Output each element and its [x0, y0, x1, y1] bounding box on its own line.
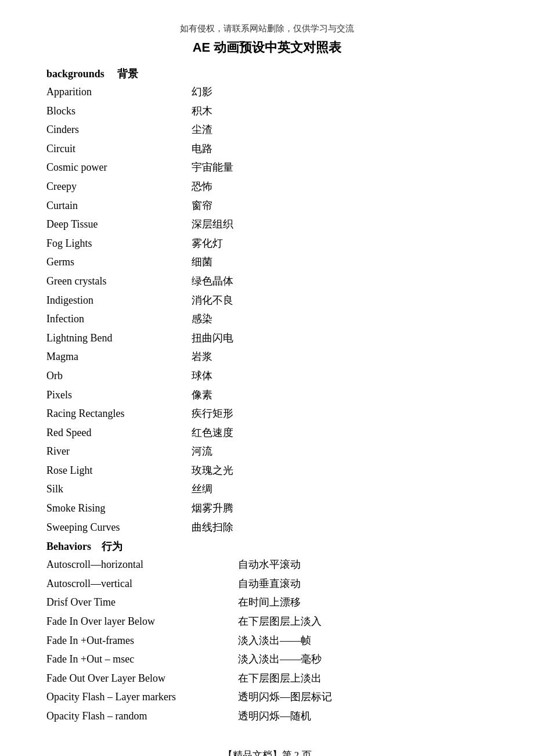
entry-en: River: [46, 442, 180, 460]
entry-en: Apparition: [46, 83, 180, 101]
entry-en: Lightning Bend: [46, 329, 180, 347]
entry-en: Red Speed: [46, 424, 180, 442]
entry-cn: 积木: [180, 102, 212, 120]
entry-en: Racing Rectangles: [46, 405, 180, 423]
entry-en: Pixels: [46, 386, 180, 404]
entry-cn: 丝绸: [180, 480, 212, 498]
list-item: Blocks 积木: [46, 102, 488, 120]
entry-cn: 淡入淡出——帧: [226, 632, 311, 650]
entry-cn: 球体: [180, 367, 212, 385]
list-item: Infection 感染: [46, 310, 488, 328]
entry-en: Cosmic power: [46, 159, 180, 177]
list-item: Fog Lights 雾化灯: [46, 235, 488, 253]
entry-cn: 恐怖: [180, 178, 212, 196]
entry-cn: 曲线扫除: [180, 519, 233, 537]
entry-en: Fade In Over layer Below: [46, 613, 226, 631]
entry-en: Green crystals: [46, 272, 180, 290]
entry-cn: 电路: [180, 140, 212, 158]
list-item: Opacity Flash – Layer markers 透明闪烁—图层标记: [46, 688, 488, 706]
list-item: Autoscroll—horizontal 自动水平滚动: [46, 556, 488, 574]
entry-cn: 烟雾升腾: [180, 499, 233, 517]
list-item: Orb 球体: [46, 367, 488, 385]
list-item: River 河流: [46, 442, 488, 460]
backgrounds-section: backgrounds 背景 Apparition 幻影 Blocks 积木 C…: [46, 67, 488, 536]
entry-cn: 雾化灯: [180, 235, 223, 253]
entry-cn: 自动水平滚动: [226, 556, 301, 574]
entry-en: Germs: [46, 253, 180, 271]
list-item: Pixels 像素: [46, 386, 488, 404]
entry-cn: 在下层图层上淡入: [226, 613, 322, 631]
entry-en: Cinders: [46, 121, 180, 139]
entry-cn: 在时间上漂移: [226, 593, 301, 611]
list-item: Fade Out Over Layer Below 在下层图层上淡出: [46, 669, 488, 687]
list-item: Fade In Over layer Below 在下层图层上淡入: [46, 613, 488, 631]
entry-cn: 宇宙能量: [180, 159, 233, 177]
list-item: Red Speed 红色速度: [46, 424, 488, 442]
entry-cn: 感染: [180, 310, 212, 328]
entry-en: Circuit: [46, 140, 180, 158]
entry-cn: 河流: [180, 442, 212, 460]
entry-en: Creepy: [46, 178, 180, 196]
list-item: Racing Rectangles 疾行矩形: [46, 405, 488, 423]
list-item: Green crystals 绿色晶体: [46, 272, 488, 290]
list-item: Indigestion 消化不良: [46, 291, 488, 309]
entry-en: Drisf Over Time: [46, 593, 226, 611]
entry-en: Infection: [46, 310, 180, 328]
entry-en: Deep Tissue: [46, 215, 180, 233]
entry-en: Sweeping Curves: [46, 519, 180, 537]
list-item: Fade In +Out – msec 淡入淡出——毫秒: [46, 650, 488, 668]
entry-cn: 绿色晶体: [180, 272, 233, 290]
entry-cn: 尘渣: [180, 121, 212, 139]
list-item: Fade In +Out-frames 淡入淡出——帧: [46, 632, 488, 650]
list-item: Cinders 尘渣: [46, 121, 488, 139]
entry-cn: 透明闪烁—随机: [226, 707, 311, 725]
entry-cn: 深层组织: [180, 215, 233, 233]
list-item: Apparition 幻影: [46, 83, 488, 101]
list-item: Rose Light 玫瑰之光: [46, 462, 488, 480]
entry-cn: 自动垂直滚动: [226, 575, 301, 593]
entry-cn: 扭曲闪电: [180, 329, 233, 347]
list-item: Germs 细菌: [46, 253, 488, 271]
entry-en: Magma: [46, 348, 180, 366]
list-item: Circuit 电路: [46, 140, 488, 158]
behaviors-section: Behaviors 行为 Autoscroll—horizontal 自动水平滚…: [46, 539, 488, 725]
behaviors-header: Behaviors 行为: [46, 539, 488, 553]
entry-cn: 细菌: [180, 253, 212, 271]
entry-cn: 幻影: [180, 83, 212, 101]
entry-en: Opacity Flash – random: [46, 707, 226, 725]
top-notice: 如有侵权，请联系网站删除，仅供学习与交流: [46, 23, 488, 34]
list-item: Cosmic power 宇宙能量: [46, 159, 488, 177]
entry-en: Smoke Rising: [46, 499, 180, 517]
entry-en: Autoscroll—vertical: [46, 575, 226, 593]
entry-en: Fade Out Over Layer Below: [46, 669, 226, 687]
entry-cn: 在下层图层上淡出: [226, 669, 322, 687]
entry-en: Fog Lights: [46, 235, 180, 253]
entry-en: Silk: [46, 480, 180, 498]
main-title: AE 动画预设中英文对照表: [46, 39, 488, 56]
entry-en: Fade In +Out-frames: [46, 632, 226, 650]
entry-en: Autoscroll—horizontal: [46, 556, 226, 574]
entry-cn: 消化不良: [180, 291, 233, 309]
entry-cn: 红色速度: [180, 424, 233, 442]
backgrounds-header: backgrounds 背景: [46, 67, 488, 81]
entry-cn: 疾行矩形: [180, 405, 233, 423]
list-item: Opacity Flash – random 透明闪烁—随机: [46, 707, 488, 725]
list-item: Autoscroll—vertical 自动垂直滚动: [46, 575, 488, 593]
entry-en: Curtain: [46, 197, 180, 215]
entry-cn: 像素: [180, 386, 212, 404]
list-item: Creepy 恐怖: [46, 178, 488, 196]
entry-cn: 岩浆: [180, 348, 212, 366]
entry-en: Orb: [46, 367, 180, 385]
list-item: Silk 丝绸: [46, 480, 488, 498]
entry-en: Rose Light: [46, 462, 180, 480]
list-item: Magma 岩浆: [46, 348, 488, 366]
entry-en: Indigestion: [46, 291, 180, 309]
list-item: Drisf Over Time 在时间上漂移: [46, 593, 488, 611]
entry-cn: 玫瑰之光: [180, 462, 233, 480]
entry-cn: 淡入淡出——毫秒: [226, 650, 322, 668]
footer: 【精品文档】第 2 页: [46, 748, 488, 756]
entry-en: Blocks: [46, 102, 180, 120]
list-item: Smoke Rising 烟雾升腾: [46, 499, 488, 517]
list-item: Sweeping Curves 曲线扫除: [46, 519, 488, 537]
entry-en: Fade In +Out – msec: [46, 650, 226, 668]
